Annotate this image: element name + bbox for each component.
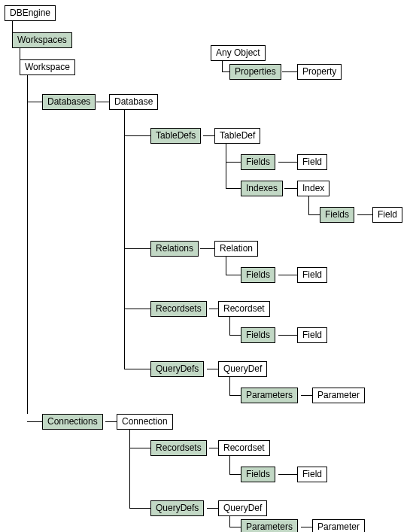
connector: [207, 508, 218, 509]
node-querydef: QueryDef: [218, 361, 267, 377]
connector: [200, 248, 214, 249]
node-dbengine: DBEngine: [5, 5, 56, 21]
node-relation: Relation: [214, 241, 258, 257]
node-properties: Properties: [229, 64, 281, 80]
node-recordset: Recordset: [218, 301, 270, 317]
node-property: Property: [297, 64, 342, 80]
node-recordset: Recordset: [218, 440, 270, 456]
node-tabledefs: TableDefs: [150, 128, 201, 144]
node-field: Field: [372, 207, 402, 223]
connector: [222, 71, 229, 72]
connector: [129, 448, 150, 448]
connector: [27, 421, 42, 422]
connector: [284, 188, 297, 189]
node-connection: Connection: [117, 414, 173, 430]
node-parameters: Parameters: [241, 519, 298, 532]
connector: [301, 395, 312, 396]
node-database: Database: [109, 94, 158, 110]
node-parameter: Parameter: [312, 519, 365, 532]
connector: [229, 377, 230, 395]
node-connections: Connections: [42, 414, 103, 430]
node-indexes: Indexes: [241, 181, 283, 196]
connector: [124, 110, 125, 369]
connector: [207, 369, 218, 369]
connector: [278, 335, 297, 336]
connector: [357, 214, 372, 215]
connector: [129, 508, 150, 509]
node-querydefs: QueryDefs: [150, 361, 204, 377]
node-parameter: Parameter: [312, 388, 365, 403]
connector: [124, 248, 150, 249]
node-relations: Relations: [150, 241, 199, 257]
node-field: Field: [297, 154, 327, 170]
node-parameters: Parameters: [241, 388, 298, 403]
node-querydefs: QueryDefs: [150, 500, 204, 516]
connector: [124, 309, 150, 309]
node-recordsets: Recordsets: [150, 440, 207, 456]
connector: [229, 317, 230, 335]
connector: [229, 335, 241, 336]
connector: [27, 75, 28, 414]
node-field: Field: [297, 267, 327, 283]
connector: [282, 71, 297, 72]
node-anyobject: Any Object: [211, 45, 266, 61]
node-field: Field: [297, 327, 327, 343]
connector: [308, 214, 320, 215]
connector: [105, 421, 117, 422]
connector: [226, 275, 241, 275]
connector: [222, 61, 223, 71]
connector: [96, 102, 109, 102]
node-tabledef: TableDef: [214, 128, 260, 144]
node-fields: Fields: [241, 267, 275, 283]
connector: [229, 516, 230, 527]
node-recordsets: Recordsets: [150, 301, 207, 317]
connector: [203, 135, 214, 136]
connector: [229, 474, 241, 475]
connector: [301, 527, 312, 527]
connector: [278, 162, 297, 163]
node-databases: Databases: [42, 94, 96, 110]
node-workspaces: Workspaces: [12, 32, 72, 48]
node-querydef: QueryDef: [218, 500, 267, 516]
connector: [27, 102, 42, 102]
connector: [124, 135, 150, 136]
node-index: Index: [297, 181, 329, 196]
connector: [226, 162, 241, 163]
connector: [308, 196, 309, 214]
connector: [209, 309, 218, 309]
connector: [226, 188, 241, 189]
connector: [229, 395, 241, 396]
connector: [226, 257, 226, 275]
connector: [278, 474, 297, 475]
node-fields: Fields: [241, 467, 275, 482]
node-fields: Fields: [241, 154, 275, 170]
connector: [129, 430, 130, 508]
connector: [229, 527, 241, 527]
diagram-canvas: DBEngine Workspaces Workspace Databases …: [0, 0, 413, 532]
node-fields: Fields: [320, 207, 354, 223]
connector: [124, 369, 150, 369]
node-workspace: Workspace: [20, 59, 75, 75]
connector: [209, 448, 218, 448]
connector: [229, 456, 230, 474]
node-field: Field: [297, 467, 327, 482]
connector: [278, 275, 297, 275]
node-fields: Fields: [241, 327, 275, 343]
connector: [226, 144, 226, 188]
